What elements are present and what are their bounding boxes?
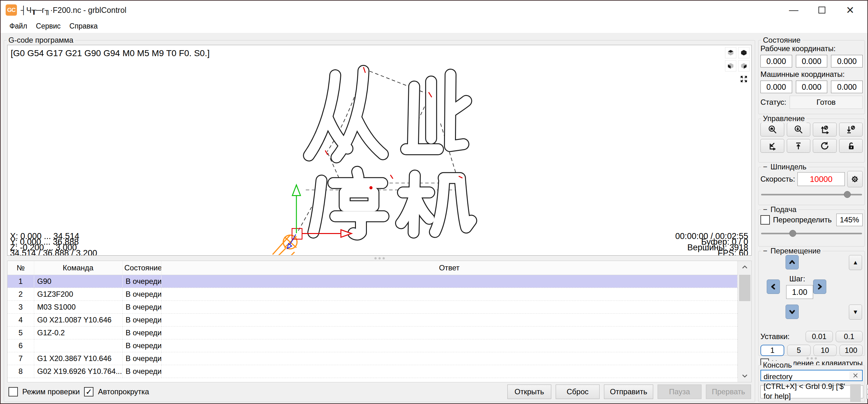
work-x-field: 0.000 — [761, 55, 792, 67]
cube-side-icon — [740, 62, 748, 70]
presets-label: Уставки: — [761, 332, 803, 341]
cell-number: 3 — [7, 301, 34, 313]
preset-1-button[interactable]: 1 — [761, 345, 784, 356]
cell-state: В очереди — [122, 339, 161, 352]
col-header-response[interactable]: Ответ — [161, 261, 738, 275]
zero-z-button[interactable] — [839, 123, 863, 136]
window-title: ┤Ч┰─г╖·F200.nc - grblControl — [21, 6, 126, 15]
zoom-home-icon — [768, 125, 777, 134]
minimize-button[interactable]: — — [780, 2, 808, 18]
cell-response — [161, 326, 738, 339]
menu-file[interactable]: Файл — [5, 20, 32, 32]
zero-xy-button[interactable] — [813, 123, 837, 136]
restore-origin-button[interactable] — [761, 139, 784, 153]
col-header-command[interactable]: Команда — [34, 261, 122, 275]
slider-knob[interactable] — [789, 230, 796, 237]
cell-state: В очереди — [122, 313, 161, 326]
console-scrollbar[interactable] — [849, 371, 861, 380]
preset-100-button[interactable]: 100 — [839, 345, 863, 356]
probe-button[interactable] — [787, 123, 811, 136]
spindle-speed-label: Скорость: — [761, 175, 795, 184]
jog-z-plus-button[interactable]: ▲ — [849, 255, 862, 270]
scrollbar-thumb[interactable] — [739, 275, 750, 301]
jog-z-minus-button[interactable]: ▼ — [849, 305, 862, 320]
gcode-3d-viewport[interactable]: [G0 G54 G17 G21 G90 G94 M0 M5 M9 T0 F0. … — [7, 45, 752, 256]
menu-service[interactable]: Сервис — [32, 20, 65, 32]
app-icon: GC — [6, 4, 17, 16]
viewport-table-splitter[interactable] — [7, 256, 752, 261]
control-group-title: Управление — [763, 114, 805, 123]
preset-0.1-button[interactable]: 0.1 — [836, 331, 863, 342]
title-bar: GC ┤Ч┰─г╖·F200.nc - grblControl — × — [1, 1, 867, 20]
state-group: Состояние Рабочие координаты: 0.000 0.00… — [758, 40, 865, 114]
scroll-up-icon[interactable] — [738, 261, 752, 274]
preset-5-button[interactable]: 5 — [787, 345, 810, 356]
reset-button[interactable]: Сброс — [556, 384, 599, 399]
zoom-probe-icon — [794, 125, 803, 134]
table-scrollbar[interactable] — [738, 261, 751, 382]
table-row[interactable]: 4 G0 X21.0087 Y10.646 В очереди — [7, 313, 738, 326]
feed-override-slider[interactable] — [761, 229, 862, 238]
jog-y-plus-button[interactable] — [785, 255, 799, 270]
view-isometric-button[interactable] — [738, 47, 749, 58]
table-row[interactable]: 5 G1Z-0.2 В очереди — [7, 326, 738, 339]
spindle-speed-field[interactable]: 10000 — [798, 172, 845, 186]
close-button[interactable]: × — [836, 2, 864, 18]
maximize-button[interactable] — [808, 2, 836, 18]
status-value: Готов — [789, 96, 863, 109]
collapse-icon[interactable]: − — [763, 247, 767, 255]
preset-0.01-button[interactable]: 0.01 — [806, 331, 833, 342]
table-row[interactable]: 2 G1Z3F200 В очереди — [7, 288, 738, 301]
table-row[interactable]: 6 В очереди — [7, 339, 738, 352]
abort-button[interactable]: Прервать — [706, 384, 751, 399]
check-mode-checkbox[interactable] — [8, 387, 18, 397]
collapse-icon[interactable]: − — [763, 162, 767, 171]
cell-response — [161, 339, 738, 352]
feed-override-checkbox[interactable] — [761, 215, 770, 225]
view-front-button[interactable] — [725, 60, 736, 71]
col-header-number[interactable]: № — [7, 261, 34, 275]
fit-view-button[interactable] — [738, 73, 749, 85]
col-header-state[interactable]: Состояние — [122, 261, 161, 275]
slider-knob[interactable] — [844, 191, 851, 198]
control-group: Управление — [758, 119, 865, 162]
spindle-gear-icon — [850, 175, 859, 184]
jog-x-plus-button[interactable] — [813, 279, 826, 294]
check-mode-label: Режим проверки — [22, 387, 80, 396]
open-button[interactable]: Открыть — [507, 384, 551, 399]
scroll-down-icon[interactable] — [849, 369, 861, 380]
unlock-button[interactable] — [839, 139, 863, 153]
table-row[interactable]: 7 G1 X20.3867 Y10.646 В очереди — [7, 352, 738, 365]
scrollbar-thumb[interactable] — [850, 384, 861, 402]
reset-circular-icon — [820, 141, 830, 151]
home-button[interactable] — [761, 123, 784, 136]
collapse-icon[interactable]: − — [763, 205, 767, 214]
pause-button[interactable]: Пауза — [658, 384, 702, 399]
cell-command: G1Z3F200 — [34, 288, 122, 301]
table-row[interactable]: 3 M03 S1000 В очереди — [7, 301, 738, 313]
view-top-button[interactable] — [725, 47, 736, 58]
menu-help[interactable]: Справка — [65, 20, 102, 32]
jog-x-minus-button[interactable] — [767, 279, 780, 294]
triangle-down-icon: ▼ — [852, 309, 859, 315]
console-log[interactable]: directory [CTRL+X] < Grbl 0.9j ['$' for … — [761, 370, 863, 381]
reset-grbl-button[interactable] — [813, 139, 837, 153]
spindle-group-title: Шпиндель — [771, 162, 807, 171]
safe-z-button[interactable] — [787, 139, 811, 153]
jog-step-field[interactable]: 1.00 — [786, 285, 813, 299]
cell-command: G90 — [34, 275, 122, 288]
preset-10-button[interactable]: 10 — [813, 345, 837, 356]
cell-state: В очереди — [122, 301, 161, 313]
scroll-down-icon[interactable] — [738, 370, 752, 382]
spindle-toggle-button[interactable] — [847, 171, 863, 187]
table-row[interactable]: 1 G90 В очереди — [7, 275, 738, 288]
console-send-button[interactable] — [866, 384, 868, 399]
send-button[interactable]: Отправить — [604, 384, 653, 399]
table-row[interactable]: 8 G02 X19.6926 Y10.764... В очереди — [7, 365, 738, 378]
chevron-down-icon — [788, 308, 796, 316]
autoscroll-checkbox[interactable]: ✓ — [84, 387, 93, 397]
spindle-speed-slider[interactable] — [761, 190, 862, 198]
view-side-button[interactable] — [738, 60, 749, 71]
feed-override-value: 145% — [836, 214, 863, 226]
jog-y-minus-button[interactable] — [785, 305, 799, 319]
